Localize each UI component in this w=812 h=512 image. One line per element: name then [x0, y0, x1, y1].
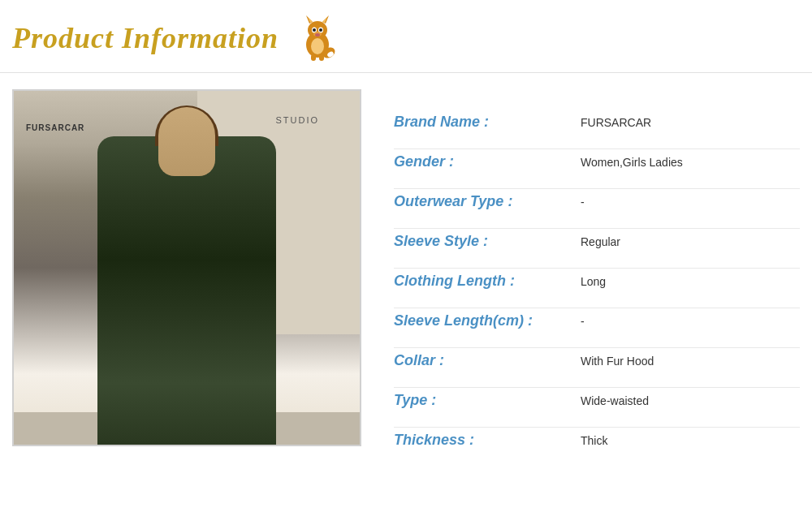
info-label: Sleeve Style :	[394, 233, 564, 250]
info-label: Collar :	[394, 352, 564, 369]
separator	[394, 268, 800, 269]
info-label: Outerwear Type :	[394, 193, 564, 210]
product-image-container: FURSARCAR STUDIO	[12, 89, 361, 446]
info-value: Regular	[581, 233, 620, 248]
info-value: -	[581, 312, 585, 328]
info-row: Clothing Length :Long	[394, 273, 800, 290]
info-value: With Fur Hood	[581, 352, 654, 368]
info-label: Clothing Length :	[394, 273, 564, 290]
info-value: Long	[581, 273, 606, 288]
svg-rect-16	[319, 54, 324, 61]
svg-point-11	[315, 33, 320, 37]
info-value: Thick	[581, 432, 607, 447]
info-value: Wide-waisted	[581, 392, 649, 407]
info-panel: Brand Name :FURSARCARGender :Women,Girls…	[394, 89, 800, 467]
info-row: Sleeve Length(cm) :-	[394, 312, 800, 329]
brand-overlay: FURSARCAR	[26, 123, 84, 132]
page-title: Product Information	[12, 21, 279, 55]
studio-overlay: STUDIO	[275, 115, 319, 125]
svg-point-8	[313, 28, 316, 32]
info-row: Gender :Women,Girls Ladies	[394, 153, 800, 170]
fox-icon	[295, 14, 339, 62]
separator	[394, 347, 800, 348]
svg-point-14	[311, 38, 324, 54]
info-label: Gender :	[394, 153, 564, 170]
info-label: Brand Name :	[394, 114, 564, 131]
info-label: Sleeve Length(cm) :	[394, 312, 564, 329]
info-value: Women,Girls Ladies	[581, 153, 683, 169]
info-row: Thickness :Thick	[394, 432, 800, 449]
svg-point-9	[319, 28, 322, 32]
info-value: FURSARCAR	[581, 114, 651, 129]
info-row: Sleeve Style :Regular	[394, 233, 800, 250]
info-label: Type :	[394, 392, 564, 409]
separator	[394, 188, 800, 189]
info-value: -	[581, 193, 585, 209]
info-row: Brand Name :FURSARCAR	[394, 114, 800, 131]
info-row: Collar :With Fur Hood	[394, 352, 800, 369]
info-row: Type :Wide-waisted	[394, 392, 800, 409]
page-header: Product Information	[0, 0, 812, 73]
info-label: Thickness :	[394, 432, 564, 449]
product-image: FURSARCAR STUDIO	[14, 91, 360, 445]
main-content: FURSARCAR STUDIO Brand Name :FURSARCARGe…	[0, 73, 812, 483]
separator	[394, 228, 800, 229]
svg-rect-15	[311, 54, 316, 61]
separator	[394, 148, 800, 149]
separator	[394, 308, 800, 308]
info-row: Outerwear Type :-	[394, 193, 800, 210]
separator	[394, 387, 800, 388]
separator	[394, 427, 800, 428]
